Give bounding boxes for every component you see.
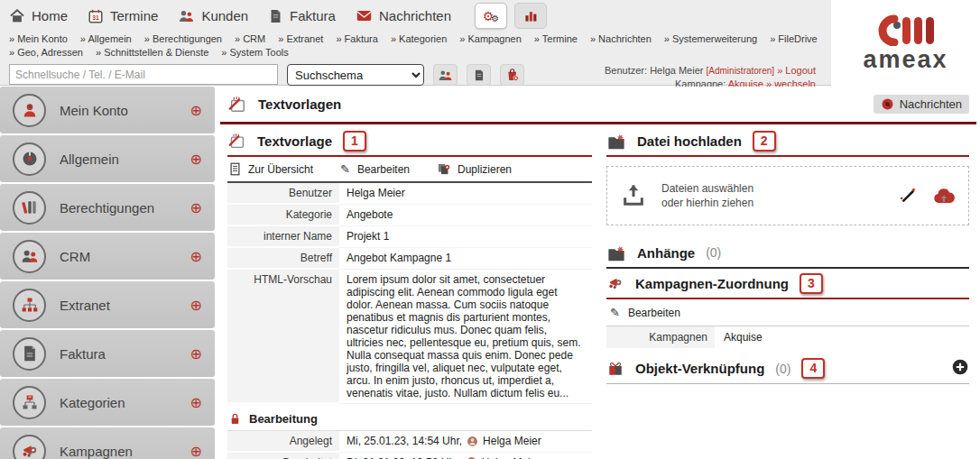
breadcrumb-geo-adressen[interactable]: Geo, Adressen bbox=[9, 47, 83, 58]
invoice-icon bbox=[268, 8, 283, 24]
editing-table: Angelegt Mi, 25.01.23, 14:54 Uhr, Helga … bbox=[227, 431, 592, 459]
nav-home[interactable]: Home bbox=[9, 8, 68, 24]
add-order-button[interactable] bbox=[500, 64, 524, 86]
sidebar-item-extranet[interactable]: Extranet ⊕ bbox=[0, 281, 215, 328]
step-badge-2: 2 bbox=[753, 131, 776, 151]
breadcrumb-filedrive[interactable]: FileDrive bbox=[770, 33, 818, 44]
expand-plus-icon[interactable]: ⊕ bbox=[190, 199, 202, 216]
sidebar-item-mein-konto[interactable]: Mein Konto ⊕ bbox=[0, 87, 215, 133]
expand-plus-icon[interactable]: ⊕ bbox=[190, 394, 202, 411]
messages-button[interactable]: Nachrichten bbox=[874, 95, 969, 114]
breadcrumb-nachrichten[interactable]: Nachrichten bbox=[590, 33, 652, 44]
expand-plus-icon[interactable]: ⊕ bbox=[190, 345, 202, 363]
sidebar-item-faktura[interactable]: Faktura ⊕ bbox=[0, 330, 215, 377]
network-icon bbox=[13, 289, 46, 322]
campaign-row: Kampagnen Akquise bbox=[606, 326, 969, 348]
expand-plus-icon[interactable]: ⊕ bbox=[190, 151, 202, 168]
field-label: HTML-Vorschau bbox=[227, 269, 339, 403]
invoice-icon bbox=[473, 69, 485, 82]
logout-link[interactable]: » Logout bbox=[777, 65, 816, 76]
step-badge-4: 4 bbox=[801, 358, 825, 379]
add-order-icon bbox=[505, 68, 520, 82]
expand-plus-icon[interactable]: ⊕ bbox=[190, 297, 202, 314]
nav-nachrichten-label: Nachrichten bbox=[379, 8, 451, 23]
breadcrumb-berechtigungen[interactable]: Berechtigungen bbox=[144, 33, 222, 44]
edited-user: Helga Meier bbox=[482, 456, 541, 459]
megaphone-icon bbox=[13, 435, 46, 459]
sidebar-item-label: Kampagnen bbox=[60, 444, 133, 459]
search-schema-select[interactable]: Suchschema bbox=[287, 64, 424, 86]
expand-plus-icon[interactable]: ⊕ bbox=[190, 248, 202, 265]
text-template-icon bbox=[227, 96, 247, 114]
breadcrumb: Mein KontoAllgemeinBerechtigungenCRMExtr… bbox=[0, 32, 830, 60]
breadcrumb-extranet[interactable]: Extranet bbox=[278, 33, 323, 44]
sidebar-item-allgemein[interactable]: Allgemein ⊕ bbox=[0, 135, 215, 182]
sidebar-item-berechtigungen[interactable]: Berechtigungen ⊕ bbox=[0, 184, 215, 231]
expand-plus-icon[interactable]: ⊕ bbox=[190, 443, 202, 459]
lock-icon bbox=[229, 412, 241, 426]
template-panel: Textvorlage 1 Zur Übersicht ✎ Bearbeiten… bbox=[227, 126, 592, 459]
file-dropzone[interactable]: Dateien auswählen oder hierhin ziehen bbox=[606, 166, 969, 225]
breadcrumb-system-tools[interactable]: System Tools bbox=[221, 47, 288, 58]
breadcrumb-mein-konto[interactable]: Mein Konto bbox=[9, 33, 68, 44]
object-box-icon bbox=[606, 361, 624, 377]
field-value: Projekt 1 bbox=[339, 225, 592, 247]
table-row: HTML-Vorschau Lorem ipsum dolor sit amet… bbox=[227, 269, 592, 403]
step-badge-3: 3 bbox=[800, 273, 823, 294]
expand-plus-icon[interactable]: ⊕ bbox=[190, 102, 202, 119]
nav-kunden[interactable]: Kunden bbox=[178, 8, 248, 24]
add-object-link-button[interactable] bbox=[951, 358, 969, 380]
bar-chart-icon bbox=[523, 9, 538, 23]
breadcrumb-allgemein[interactable]: Allgemein bbox=[80, 33, 132, 44]
cloud-upload-icon[interactable] bbox=[932, 186, 956, 206]
field-label: Betreff bbox=[227, 247, 339, 269]
template-toolbar: Zur Übersicht ✎ Bearbeiten Duplizieren bbox=[227, 157, 592, 183]
people-icon bbox=[178, 8, 195, 24]
user-avatar-icon bbox=[467, 436, 478, 447]
sidebar-item-kategorien[interactable]: Kategorien ⊕ bbox=[0, 379, 215, 426]
campaign-edit-button[interactable]: ✎ Bearbeiten bbox=[606, 299, 969, 326]
dropzone-line1: Dateien auswählen bbox=[661, 181, 753, 196]
object-link-section-header: Objekt-Verknüpfung (0) 4 bbox=[606, 353, 969, 384]
document-icon bbox=[13, 337, 46, 371]
editing-section-title: Bearbeitung bbox=[249, 412, 318, 426]
field-label: Kategorie bbox=[227, 204, 339, 225]
nav-termine[interactable]: 31 Termine bbox=[88, 8, 158, 24]
table-row: Bearbeitet Di, 31.01.23, 13:56 Uhr, Helg… bbox=[227, 452, 592, 459]
created-user: Helga Meier bbox=[483, 435, 541, 447]
breadcrumb-kampagnen[interactable]: Kampagnen bbox=[459, 33, 522, 44]
field-value: Angebot Kampagne 1 bbox=[339, 247, 592, 269]
duplicate-button[interactable]: Duplizieren bbox=[437, 162, 512, 176]
breadcrumb-crm[interactable]: CRM bbox=[235, 33, 265, 44]
sidebar-item-label: Extranet bbox=[60, 298, 110, 313]
upload-section-header: Datei hochladen 2 bbox=[606, 126, 969, 157]
breadcrumb-kategorien[interactable]: Kategorien bbox=[391, 33, 447, 44]
campaign-row-label: Kampagnen bbox=[606, 326, 715, 348]
page-title: Textvorlagen bbox=[258, 96, 341, 112]
campaign-section-title: Kampagnen-Zuordnung bbox=[635, 276, 789, 291]
sidebar-item-kampagnen[interactable]: Kampagnen ⊕ bbox=[0, 427, 215, 459]
sidebar-item-crm[interactable]: CRM ⊕ bbox=[0, 233, 215, 280]
editing-section-header: Bearbeitung bbox=[227, 406, 592, 431]
add-contact-button[interactable] bbox=[433, 64, 458, 86]
pencil-icon: ✎ bbox=[340, 162, 350, 176]
tab-system-settings[interactable]: ⚙⚙ bbox=[475, 3, 507, 29]
magic-wand-icon[interactable] bbox=[898, 186, 918, 206]
nav-nachrichten[interactable]: Nachrichten bbox=[356, 8, 451, 23]
overview-button[interactable]: Zur Übersicht bbox=[229, 162, 313, 176]
breadcrumb-systemerweiterung[interactable]: Systemerweiterung bbox=[664, 33, 757, 44]
object-link-section-title: Objekt-Verknüpfung bbox=[635, 361, 764, 376]
search-input[interactable] bbox=[9, 64, 278, 85]
tab-statistics[interactable] bbox=[514, 3, 547, 29]
home-icon bbox=[9, 8, 25, 24]
ameax-logo: ameax bbox=[831, 0, 980, 86]
breadcrumb-termine[interactable]: Termine bbox=[534, 33, 578, 44]
calendar-icon: 31 bbox=[88, 8, 104, 24]
edit-button[interactable]: ✎ Bearbeiten bbox=[340, 162, 410, 176]
nav-faktura[interactable]: Faktura bbox=[268, 8, 336, 24]
field-value: Mi, 25.01.23, 14:54 Uhr, Helga Meier bbox=[339, 431, 592, 452]
breadcrumb-faktura[interactable]: Faktura bbox=[336, 33, 377, 44]
invoice-button[interactable] bbox=[467, 64, 491, 86]
breadcrumb-schnittstellen[interactable]: Schnittstellen & Dienste bbox=[96, 47, 208, 58]
sidebar: Mein Konto ⊕ Allgemein ⊕ Berechtigungen … bbox=[0, 87, 217, 459]
